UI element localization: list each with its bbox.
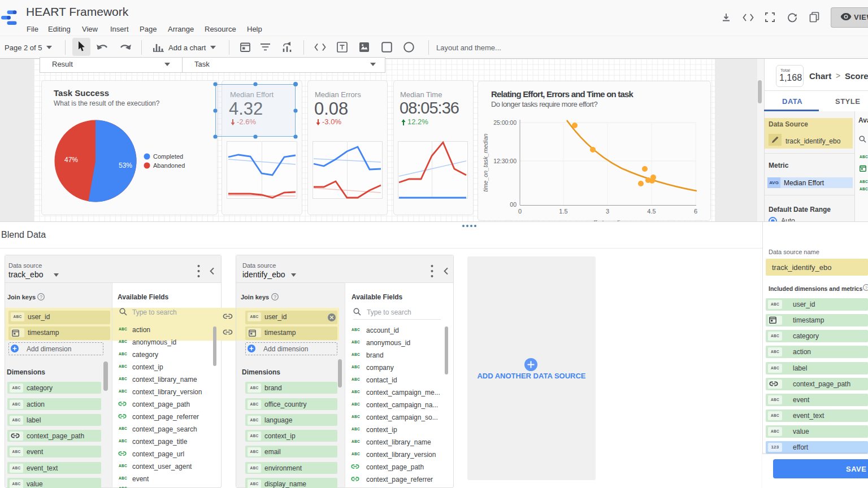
svg-text:12:30:00: 12:30:00 [493, 158, 517, 164]
svg-text:0: 0 [518, 208, 522, 215]
svg-text:00: 00 [510, 201, 517, 208]
svg-text:25:00:00: 25:00:00 [493, 119, 517, 126]
svg-text:4.5: 4.5 [647, 208, 656, 215]
svg-text:1.5: 1.5 [559, 208, 567, 215]
svg-text:time_on_task_median: time_on_task_median [482, 133, 489, 191]
svg-text:?: ? [865, 285, 868, 290]
svg-text:?: ? [40, 294, 42, 300]
svg-text:53%: 53% [119, 162, 132, 169]
svg-text:3: 3 [606, 208, 609, 215]
svg-text:?: ? [274, 294, 276, 300]
svg-text:47%: 47% [64, 156, 78, 164]
svg-text:6: 6 [694, 208, 697, 215]
